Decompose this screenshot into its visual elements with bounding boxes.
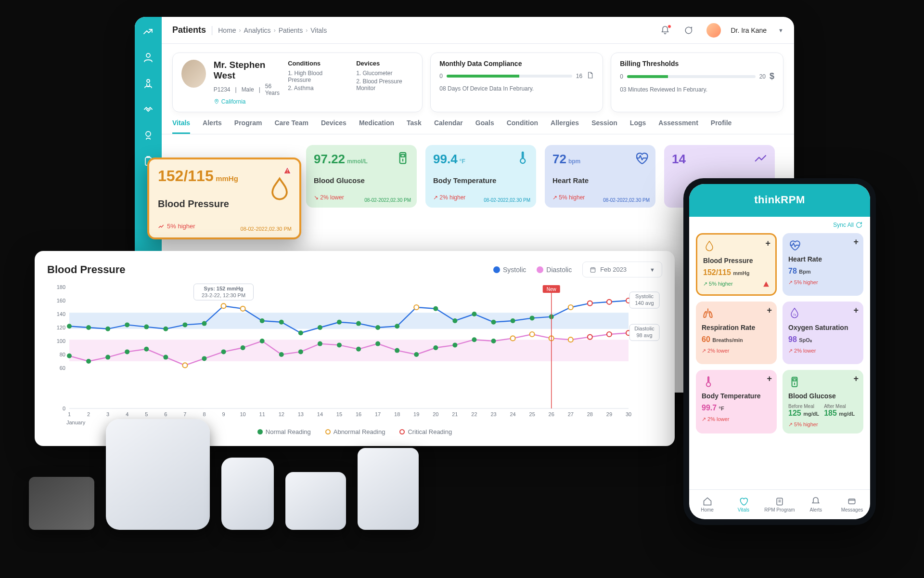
tab-calendar[interactable]: Calendar (434, 119, 463, 134)
add-icon[interactable]: + (765, 238, 770, 249)
svg-point-73 (530, 315, 535, 320)
svg-point-75 (568, 305, 573, 310)
tab-care-team[interactable]: Care Team (274, 119, 308, 134)
phone-nav-alerts[interactable]: Alerts (798, 490, 834, 519)
sync-all-button[interactable]: Sync All (689, 217, 870, 233)
tab-vitals[interactable]: Vitals (172, 119, 190, 134)
mobile-card-rr[interactable]: +Respiration Rate60 Breaths/min↗ 2% lowe… (696, 302, 777, 364)
mobile-card-glucose[interactable]: +Blood GlucoseBefore Meal125 mg/dLAfter … (783, 370, 863, 434)
chart-plot[interactable]: 0608010012014016018012345678910111213141… (47, 282, 662, 419)
svg-point-2 (146, 131, 151, 136)
svg-text:14: 14 (317, 411, 323, 417)
tab-alerts[interactable]: Alerts (203, 119, 222, 134)
svg-text:10: 10 (240, 411, 245, 417)
svg-text:0: 0 (63, 406, 65, 411)
tab-session[interactable]: Session (591, 119, 617, 134)
tab-logs[interactable]: Logs (630, 119, 646, 134)
add-icon[interactable]: + (853, 374, 859, 384)
featured-bp-card[interactable]: 152/115 mmHg Blood Pressure 5% higher 08… (147, 158, 301, 239)
svg-rect-8 (69, 313, 629, 329)
svg-point-92 (318, 342, 322, 346)
legend-systolic: Systolic (493, 266, 526, 274)
crumb-patients[interactable]: Patients (279, 26, 303, 34)
billing-card: Billing Thresholds 0 20 $ 03 Minutes Rev… (611, 53, 783, 112)
patient-header-row: Mr. Stephen West P1234| Male| 56 Years C… (162, 44, 794, 112)
patient-icon[interactable] (142, 52, 154, 63)
svg-text:18: 18 (394, 411, 400, 417)
section-title: Patients (172, 25, 206, 35)
svg-text:22: 22 (471, 411, 477, 417)
patient-demographics: P1234| Male| 56 Years (214, 83, 280, 96)
bell-icon[interactable] (660, 26, 670, 35)
svg-point-85 (182, 363, 187, 368)
svg-point-99 (452, 342, 457, 347)
svg-point-52 (125, 322, 129, 327)
svg-point-0 (146, 53, 150, 57)
svg-text:30: 30 (626, 411, 631, 417)
svg-rect-123 (793, 379, 796, 381)
mobile-card-temp[interactable]: +Body Temperature99.7 °F↗ 2% lower (696, 370, 777, 434)
svg-point-61 (298, 330, 303, 335)
add-icon[interactable]: + (767, 374, 772, 384)
svg-point-97 (414, 352, 419, 357)
vital-card-temp[interactable]: 99.4°FBody Temperature↗ 2% higher08-02-2… (425, 145, 536, 208)
svg-text:98 avg: 98 avg (636, 332, 652, 338)
mobile-card-hr[interactable]: +Heart Rate78 Bpm↗ 5% higher (783, 233, 863, 296)
svg-text:80: 80 (60, 352, 65, 357)
patient-photo (181, 60, 206, 88)
baby-icon[interactable] (142, 130, 154, 141)
mobile-card-bp[interactable]: +Blood Pressure152/115 mmHg↗ 5% higher (696, 233, 777, 296)
tab-task[interactable]: Task (407, 119, 422, 134)
svg-point-81 (105, 355, 110, 360)
chat-icon[interactable] (683, 26, 693, 35)
avatar[interactable] (706, 23, 721, 38)
crumb-vitals[interactable]: Vitals (310, 26, 327, 34)
crumb-home[interactable]: Home (218, 26, 236, 34)
svg-point-102 (511, 336, 515, 341)
device-item: 1. Glucometer (356, 70, 413, 77)
svg-point-79 (67, 354, 72, 358)
phone-nav-home[interactable]: Home (689, 490, 725, 519)
condition-item: 1. High Blood Pressure (288, 70, 339, 83)
phone-nav-vitals[interactable]: Vitals (725, 490, 761, 519)
add-icon[interactable]: + (853, 305, 859, 315)
add-icon[interactable]: + (767, 305, 772, 315)
svg-point-64 (356, 321, 361, 326)
svg-point-76 (588, 301, 592, 306)
svg-point-103 (530, 332, 535, 337)
doctor-icon[interactable] (142, 78, 154, 89)
svg-point-60 (279, 320, 284, 325)
handshake-icon[interactable] (142, 104, 154, 115)
svg-point-59 (260, 318, 265, 323)
chart-panel: Blood Pressure Systolic Diastolic Feb 20… (35, 251, 675, 446)
tab-medication[interactable]: Medication (359, 119, 394, 134)
tab-profile[interactable]: Profile (711, 119, 732, 134)
vital-card-glucose[interactable]: 97.22mmol/LBlood Glucose↘ 2% lower08-02-… (306, 145, 417, 208)
phone-nav-rpm-program[interactable]: RPM Program (761, 490, 797, 519)
svg-text:140: 140 (57, 311, 65, 317)
tab-condition[interactable]: Condition (507, 119, 538, 134)
date-range-picker[interactable]: Feb 2023 ▼ (582, 262, 662, 277)
vital-card-hr[interactable]: 72bpmHeart Rate↗ 5% higher08-02-2022,02.… (545, 145, 655, 208)
tab-assessment[interactable]: Assessment (658, 119, 698, 134)
phone-nav-messages[interactable]: Messages (834, 490, 870, 519)
tab-program[interactable]: Program (234, 119, 262, 134)
trend-icon[interactable] (142, 26, 154, 37)
add-icon[interactable]: + (853, 237, 859, 247)
svg-point-94 (356, 347, 361, 352)
mobile-card-spo2[interactable]: +O₂Oxygen Saturation98 SpO₂↗ 2% lower (783, 302, 863, 364)
svg-text:11: 11 (259, 411, 265, 417)
user-name: Dr. Ira Kane (731, 26, 767, 34)
user-menu-caret[interactable]: ▼ (778, 27, 783, 33)
crumb-analytics[interactable]: Analytics (244, 26, 271, 34)
heart-icon (788, 239, 801, 251)
svg-point-71 (491, 320, 496, 325)
tab-devices[interactable]: Devices (321, 119, 346, 134)
svg-point-100 (472, 337, 476, 342)
tab-allergies[interactable]: Allergies (551, 119, 579, 134)
svg-text:180: 180 (57, 284, 65, 290)
svg-text:60: 60 (60, 365, 65, 371)
tab-goals[interactable]: Goals (475, 119, 494, 134)
svg-point-72 (511, 318, 515, 323)
svg-text:160: 160 (57, 298, 65, 303)
